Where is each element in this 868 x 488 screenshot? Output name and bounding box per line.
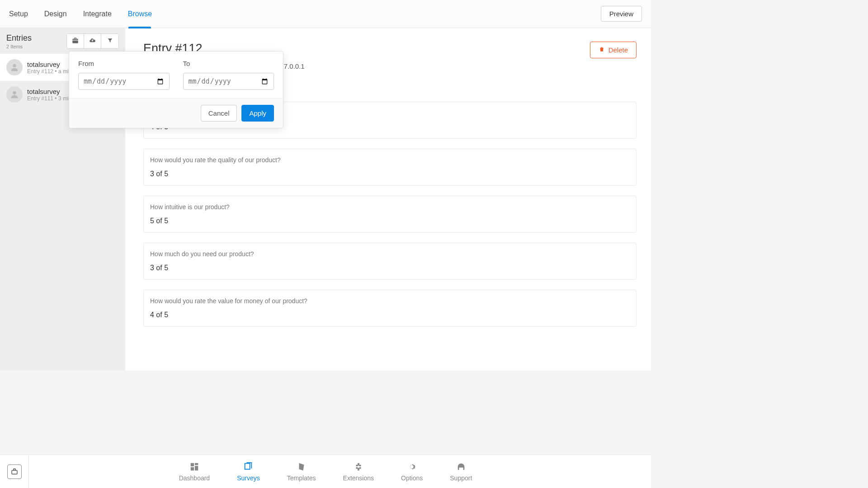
templates-icon <box>297 462 307 472</box>
surveys-icon <box>243 462 253 472</box>
nav-surveys[interactable]: Surveys <box>237 462 260 482</box>
headphones-icon <box>456 462 466 472</box>
to-date-input[interactable] <box>183 73 274 90</box>
svg-rect-9 <box>191 467 194 470</box>
tab-setup[interactable]: Setup <box>9 0 28 28</box>
qa-card: How intuitive is our product? 5 of 5 <box>143 196 637 233</box>
qa-card: How much do you need our product? 3 of 5 <box>143 243 637 280</box>
delete-button[interactable]: Delete <box>590 42 637 58</box>
tab-integrate[interactable]: Integrate <box>83 0 112 28</box>
answer-text: 4 of 5 <box>150 311 630 319</box>
svg-rect-6 <box>191 463 194 466</box>
sidebar-title: Entries <box>6 33 32 43</box>
question-text: How intuitive is our product? <box>150 203 630 211</box>
top-tabs-bar: Setup Design Integrate Browse Preview <box>0 0 651 28</box>
sidebar-action-group <box>66 33 119 49</box>
avatar <box>6 86 23 103</box>
apply-button[interactable]: Apply <box>241 105 274 122</box>
nav-support[interactable]: Support <box>450 462 472 482</box>
preview-button[interactable]: Preview <box>601 6 642 22</box>
export-button[interactable] <box>84 34 101 48</box>
tab-browse[interactable]: Browse <box>128 0 152 28</box>
filter-icon <box>107 38 113 45</box>
question-text: How would you rate the quality of our pr… <box>150 156 630 164</box>
filter-button[interactable] <box>101 34 118 48</box>
top-tabs: Setup Design Integrate Browse <box>9 0 152 28</box>
trash-icon <box>599 46 605 54</box>
extensions-icon <box>354 462 363 472</box>
avatar <box>6 59 23 75</box>
tab-design[interactable]: Design <box>44 0 67 28</box>
svg-rect-8 <box>195 466 198 470</box>
svg-point-0 <box>13 64 16 67</box>
bottom-nav: Dashboard Surveys Templates Extensions O… <box>0 455 651 488</box>
tools-button[interactable] <box>67 34 84 48</box>
nav-templates[interactable]: Templates <box>287 462 316 482</box>
nav-options[interactable]: Options <box>401 462 423 482</box>
nav-dashboard[interactable]: Dashboard <box>179 462 210 482</box>
date-filter-popover: From To Cancel Apply <box>69 51 283 128</box>
from-date-input[interactable] <box>78 73 170 90</box>
qa-card: How would you rate the value for money o… <box>143 290 637 327</box>
qa-card: How would you rate the quality of our pr… <box>143 149 637 186</box>
app-logo-icon[interactable] <box>7 465 22 479</box>
svg-rect-7 <box>195 463 198 465</box>
dashboard-icon <box>189 462 199 472</box>
cloud-upload-icon <box>89 37 96 45</box>
toolbox-icon <box>72 37 79 45</box>
from-label: From <box>78 60 170 67</box>
to-label: To <box>183 60 274 67</box>
nav-extensions[interactable]: Extensions <box>343 462 374 482</box>
answer-text: 5 of 5 <box>150 217 630 225</box>
gear-icon <box>407 462 417 472</box>
question-text: How much do you need our product? <box>150 250 630 258</box>
answer-text: 3 of 5 <box>150 264 630 272</box>
svg-point-1 <box>13 91 16 94</box>
cancel-button[interactable]: Cancel <box>201 105 237 122</box>
question-text: How would you rate the value for money o… <box>150 297 630 305</box>
sidebar-count: 2 Items <box>6 44 32 49</box>
svg-rect-5 <box>12 470 17 474</box>
answer-text: 3 of 5 <box>150 170 630 178</box>
